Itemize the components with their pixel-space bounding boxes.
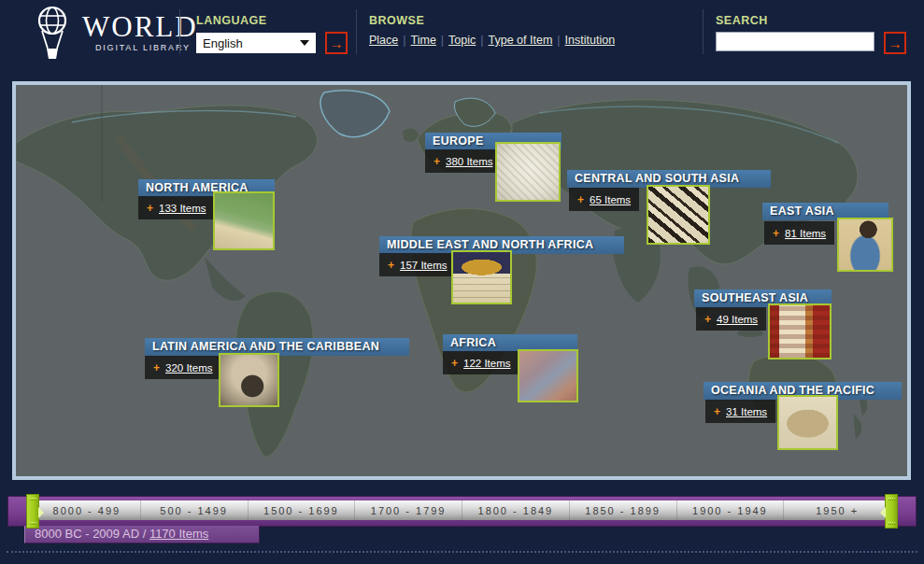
region-items-east-asia[interactable]: +81 Items	[764, 221, 834, 245]
timeline-segment: 1850 - 1899	[570, 501, 677, 520]
header-divider	[703, 9, 704, 54]
region-thumb-oceania-pacific[interactable]	[777, 395, 838, 450]
timeline-range-box: 8000 BC - 2009 AD / 1170 Items	[24, 526, 260, 543]
region-items-link-southeast-asia[interactable]: 49 Items	[717, 314, 758, 325]
search-label: SEARCH	[716, 14, 906, 27]
plus-icon: +	[388, 259, 394, 272]
region-items-link-latin-america-caribbean[interactable]: 320 Items	[165, 362, 213, 374]
region-items-link-north-america[interactable]: 133 Items	[159, 203, 206, 214]
plus-icon: +	[577, 193, 584, 206]
link-separator: |	[552, 34, 564, 47]
region-thumb-latin-america-caribbean[interactable]	[219, 353, 279, 407]
region-items-central-south-asia[interactable]: +65 Items	[569, 188, 639, 211]
link-separator: |	[476, 34, 488, 47]
region-items-link-central-south-asia[interactable]: 65 Items	[590, 194, 631, 205]
timeline-segment: 1900 - 1949	[677, 501, 785, 520]
region-thumb-middle-east-north-africa[interactable]	[451, 250, 512, 304]
timeline-left-handle[interactable]	[26, 494, 39, 529]
region-thumb-north-america[interactable]	[213, 191, 275, 250]
browse-link-institution[interactable]: Institution	[565, 34, 616, 47]
handle-grip	[30, 522, 36, 525]
browse-block: BROWSE Place|Time|Topic|Type of Item|Ins…	[369, 14, 615, 47]
browse-label: BROWSE	[369, 14, 615, 27]
header: WORLD DIGITAL LIBRARY LANGUAGE English →…	[0, 0, 924, 81]
search-input[interactable]	[716, 32, 874, 51]
arrow-right-icon: →	[888, 36, 903, 50]
timeline-slider[interactable]: 8000 - 499 500 - 1499 1500 - 1699 1700 -…	[7, 496, 917, 527]
timeline-segment: 500 - 1499	[141, 501, 249, 520]
region-items-africa[interactable]: +122 Items	[443, 351, 519, 374]
region-items-middle-east-north-africa[interactable]: +157 Items	[379, 253, 456, 276]
region-items-link-middle-east-north-africa[interactable]: 157 Items	[400, 260, 448, 271]
region-items-north-america[interactable]: +133 Items	[138, 196, 215, 219]
timeline-range-label: 8000 BC - 2009 AD /	[35, 527, 146, 541]
plus-icon: +	[434, 155, 440, 168]
logo-title: WORLD	[82, 12, 198, 41]
plus-icon: +	[153, 361, 160, 374]
language-select[interactable]: English	[196, 33, 316, 53]
world-map: NORTH AMERICA +133 Items EUROPE +380 Ite…	[12, 81, 911, 480]
wdl-logo[interactable]: WORLD DIGITAL LIBRARY	[31, 5, 198, 61]
search-go-button[interactable]: →	[884, 32, 906, 54]
timeline-track[interactable]: 8000 - 499 500 - 1499 1500 - 1699 1700 -…	[34, 501, 890, 520]
search-block: SEARCH →	[716, 14, 906, 54]
header-divider	[179, 9, 180, 54]
language-go-button[interactable]: →	[325, 32, 348, 54]
timeline-range-items-link[interactable]: 1170 Items	[149, 527, 208, 541]
region-thumb-central-south-asia[interactable]	[647, 185, 710, 245]
browse-link-time[interactable]: Time	[411, 34, 436, 47]
handle-grip	[888, 522, 895, 525]
region-thumb-east-asia[interactable]	[837, 218, 893, 272]
browse-link-place[interactable]: Place	[369, 34, 398, 47]
region-thumb-southeast-asia[interactable]	[768, 303, 832, 360]
region-items-latin-america-caribbean[interactable]: +320 Items	[145, 356, 221, 379]
logo-subtitle: DIGITAL LIBRARY	[95, 43, 198, 52]
plus-icon: +	[704, 313, 711, 326]
region-thumb-africa[interactable]	[518, 349, 578, 402]
chevron-down-icon	[300, 40, 309, 46]
link-separator: |	[398, 34, 410, 47]
region-items-link-europe[interactable]: 380 Items	[446, 156, 493, 167]
language-label: LANGUAGE	[196, 14, 348, 27]
plus-icon: +	[773, 227, 779, 240]
timeline-segment: 1500 - 1699	[249, 501, 356, 520]
language-selected-value: English	[203, 36, 243, 50]
region-items-link-east-asia[interactable]: 81 Items	[785, 228, 826, 239]
region-thumb-europe[interactable]	[495, 142, 561, 202]
timeline-segment: 1800 - 1849	[462, 501, 570, 520]
plus-icon: +	[714, 405, 720, 418]
browse-link-type-of-item[interactable]: Type of Item	[489, 34, 553, 47]
region-items-oceania-pacific[interactable]: +31 Items	[705, 400, 775, 423]
handle-notch	[38, 507, 44, 518]
footer-divider	[7, 551, 917, 553]
region-items-link-oceania-pacific[interactable]: 31 Items	[726, 406, 767, 417]
region-items-southeast-asia[interactable]: +49 Items	[696, 307, 766, 331]
header-divider	[356, 9, 357, 54]
region-items-europe[interactable]: +380 Items	[425, 149, 502, 173]
timeline-segment: 1700 - 1799	[355, 501, 462, 520]
timeline-right-handle[interactable]	[885, 494, 898, 529]
arrow-right-icon: →	[330, 36, 344, 50]
handle-grip	[888, 498, 895, 501]
handle-notch	[880, 507, 886, 518]
plus-icon: +	[451, 357, 458, 370]
region-items-link-africa[interactable]: 122 Items	[463, 358, 511, 369]
globe-balloon-icon	[31, 5, 74, 61]
timeline-segment: 8000 - 499	[34, 501, 141, 520]
handle-grip	[30, 498, 36, 501]
plus-icon: +	[147, 202, 153, 215]
timeline-segment: 1950 +	[784, 501, 890, 520]
browse-link-topic[interactable]: Topic	[448, 34, 476, 47]
language-block: LANGUAGE English →	[196, 14, 348, 54]
link-separator: |	[436, 34, 448, 47]
